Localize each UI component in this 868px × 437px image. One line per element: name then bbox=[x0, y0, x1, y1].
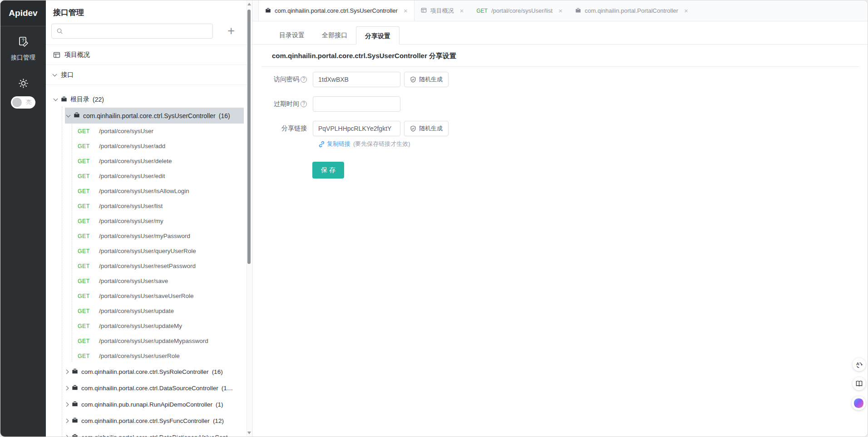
tab-label: com.qinhailin.portal.PortalController bbox=[585, 7, 678, 14]
help-icon[interactable]: ? bbox=[301, 101, 307, 107]
tree-controller-selected[interactable]: com.qinhailin.portal.core.ctrl.SysUserCo… bbox=[65, 108, 244, 124]
endpoint-path: /portal/core/sysUser/update bbox=[99, 308, 174, 314]
controller-label: com.qinhailin.portal.core.ctrl.DataDicti… bbox=[81, 434, 227, 437]
subtab-directory-settings[interactable]: 目录设置 bbox=[271, 26, 313, 44]
package-icon bbox=[265, 7, 271, 15]
random-generate-link-button[interactable]: 随机生成 bbox=[404, 121, 449, 136]
endpoint-row[interactable]: GET /portal/core/sysUser/delete bbox=[46, 154, 252, 169]
search-input[interactable] bbox=[67, 28, 208, 35]
tree-controller-collapsed[interactable]: com.qinhailin.portal.core.ctrl.SysFuncCo… bbox=[46, 412, 252, 429]
http-method-badge: GET bbox=[78, 338, 94, 344]
controller-count: (16) bbox=[212, 368, 223, 375]
scrollbar-thumb[interactable] bbox=[247, 10, 251, 264]
http-method-badge: GET bbox=[78, 233, 94, 239]
project-overview-item[interactable]: 项目概况 bbox=[46, 45, 252, 65]
interfaces-section-label: 接口 bbox=[61, 71, 74, 79]
password-input[interactable] bbox=[313, 72, 400, 87]
endpoint-row[interactable]: GET /portal/core/sysUser/userRole bbox=[46, 348, 252, 363]
help-icon[interactable]: ? bbox=[301, 76, 307, 83]
http-method-badge: GET bbox=[78, 353, 94, 359]
apidev-app-window: Apidev ? 接口管理 bbox=[0, 0, 868, 437]
close-icon[interactable]: × bbox=[558, 7, 562, 14]
link-icon bbox=[318, 141, 325, 148]
endpoint-row[interactable]: GET /portal/core/sysUser/edit bbox=[46, 169, 252, 184]
controller-subtabs: 目录设置 全部接口 分享设置 bbox=[252, 21, 868, 45]
api-doc-edit-icon: ? bbox=[17, 42, 30, 50]
copy-link-button[interactable]: 复制链接 bbox=[318, 140, 350, 148]
close-icon[interactable]: × bbox=[684, 7, 688, 14]
close-icon[interactable]: × bbox=[460, 7, 464, 14]
tree-controller-collapsed[interactable]: com.qinhailin.portal.core.ctrl.SysRoleCo… bbox=[46, 363, 252, 380]
package-icon bbox=[575, 7, 581, 15]
tab-label: com.qinhailin.portal.core.ctrl.SysUserCo… bbox=[275, 7, 398, 14]
endpoint-row[interactable]: GET /portal/core/sysUser/myPassword bbox=[46, 228, 252, 243]
tab-sysuser-list[interactable]: GET /portal/core/sysUser/list × bbox=[470, 0, 569, 21]
endpoint-row[interactable]: GET /portal/core/sysUser/save bbox=[46, 273, 252, 288]
endpoint-row[interactable]: GET /portal/core/sysUser/queryUserRole bbox=[46, 243, 252, 258]
expire-field-row: 过期时间 ? bbox=[261, 96, 859, 112]
search-box[interactable] bbox=[51, 24, 213, 39]
tree-controller-collapsed[interactable]: com.qinhailin.pub.runapi.RunApiDemoContr… bbox=[46, 396, 252, 412]
endpoint-row[interactable]: GET /portal/core/sysUser/resetPassword bbox=[46, 258, 252, 273]
endpoint-row[interactable]: GET /portal/core/sysUser/my bbox=[46, 214, 252, 228]
http-method-badge: GET bbox=[78, 278, 94, 284]
sun-icon[interactable] bbox=[18, 82, 29, 90]
svg-text:?: ? bbox=[22, 38, 25, 43]
http-method-badge: GET bbox=[78, 293, 94, 299]
endpoint-row[interactable]: GET /portal/core/sysUser/updateMy bbox=[46, 318, 252, 333]
endpoint-row[interactable]: GET /portal/core/sysUser/update bbox=[46, 303, 252, 318]
endpoint-row[interactable]: GET /portal/core/sysUser/list bbox=[46, 199, 252, 214]
add-button[interactable]: + bbox=[227, 25, 235, 37]
endpoint-row[interactable]: GET /portal/core/sysUser/saveUserRole bbox=[46, 288, 252, 303]
close-icon[interactable]: × bbox=[404, 7, 408, 14]
tree-controller-collapsed[interactable]: com.qinhailin.portal.core.ctrl.DataSourc… bbox=[46, 380, 252, 396]
controller-label: com.qinhailin.portal.core.ctrl.SysUserCo… bbox=[83, 112, 216, 119]
save-button[interactable]: 保 存 bbox=[312, 162, 344, 179]
rail-item-label: 接口管理 bbox=[0, 54, 46, 62]
translate-fab[interactable]: A bbox=[853, 358, 866, 371]
random-generate-password-button[interactable]: 随机生成 bbox=[404, 72, 449, 87]
package-icon bbox=[61, 96, 67, 104]
book-icon bbox=[855, 380, 863, 387]
expire-time-input[interactable] bbox=[313, 96, 400, 112]
shield-check-icon bbox=[410, 125, 416, 132]
tab-project-overview[interactable]: 项目概况 × bbox=[414, 0, 470, 21]
endpoint-row[interactable]: GET /portal/core/sysUser bbox=[46, 124, 252, 139]
ai-assistant-fab[interactable] bbox=[852, 396, 866, 410]
subtab-all-interfaces[interactable]: 全部接口 bbox=[313, 26, 356, 44]
tree-root-folder[interactable]: 根目录 (22) bbox=[46, 92, 252, 107]
package-icon bbox=[72, 368, 78, 376]
endpoint-row[interactable]: GET /portal/core/sysUser/isAllowLogin bbox=[46, 184, 252, 199]
interfaces-section-toggle[interactable]: 接口 bbox=[46, 65, 252, 85]
http-method-badge: GET bbox=[78, 323, 94, 329]
app-logo: Apidev bbox=[0, 0, 46, 26]
package-icon bbox=[72, 433, 78, 437]
http-method-badge: GET bbox=[476, 8, 488, 14]
chevron-right-icon bbox=[64, 435, 69, 437]
share-settings-title: com.qinhailin.portal.core.ctrl.SysUserCo… bbox=[272, 52, 859, 60]
share-link-input[interactable] bbox=[313, 121, 400, 136]
tree-controller-collapsed[interactable]: com.qinhailin.portal.core.ctrl.DataDicti… bbox=[46, 429, 252, 437]
endpoint-row[interactable]: GET /portal/core/sysUser/add bbox=[46, 139, 252, 154]
subtab-share-settings[interactable]: 分享设置 bbox=[356, 26, 399, 45]
scroll-down-arrow-icon[interactable] bbox=[247, 432, 251, 434]
rail-item-api-management[interactable]: ? 接口管理 bbox=[0, 35, 46, 62]
svg-text:A: A bbox=[856, 361, 859, 366]
scroll-up-arrow-icon[interactable] bbox=[247, 3, 251, 5]
tab-sysusercontroller[interactable]: com.qinhailin.portal.core.ctrl.SysUserCo… bbox=[258, 0, 414, 21]
package-icon bbox=[74, 112, 80, 119]
dictionary-fab[interactable] bbox=[853, 377, 866, 390]
theme-toggle[interactable]: 亮 bbox=[11, 96, 35, 109]
open-tabs-bar: com.qinhailin.portal.core.ctrl.SysUserCo… bbox=[252, 0, 868, 21]
controller-count: (1… bbox=[222, 385, 233, 392]
shield-check-icon bbox=[410, 76, 416, 83]
endpoint-path: /portal/core/sysUser/isAllowLogin bbox=[99, 188, 189, 194]
http-method-badge: GET bbox=[78, 158, 94, 164]
controller-label: com.qinhailin.portal.core.ctrl.DataSourc… bbox=[81, 385, 218, 392]
controller-label: com.qinhailin.pub.runapi.RunApiDemoContr… bbox=[81, 401, 212, 408]
search-icon bbox=[56, 28, 63, 35]
main-area: com.qinhailin.portal.core.ctrl.SysUserCo… bbox=[252, 0, 868, 437]
endpoint-row[interactable]: GET /portal/core/sysUser/updateMypasswor… bbox=[46, 333, 252, 348]
link-field-row: 分享链接 随机生成 bbox=[261, 121, 859, 136]
tab-portalcontroller[interactable]: com.qinhailin.portal.PortalController × bbox=[569, 0, 695, 21]
